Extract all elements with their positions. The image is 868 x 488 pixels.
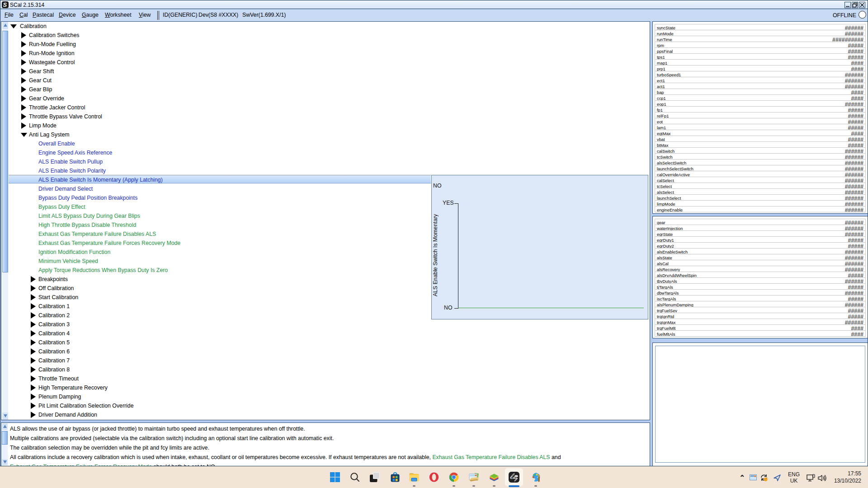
svg-text:CAL: CAL — [510, 476, 518, 480]
